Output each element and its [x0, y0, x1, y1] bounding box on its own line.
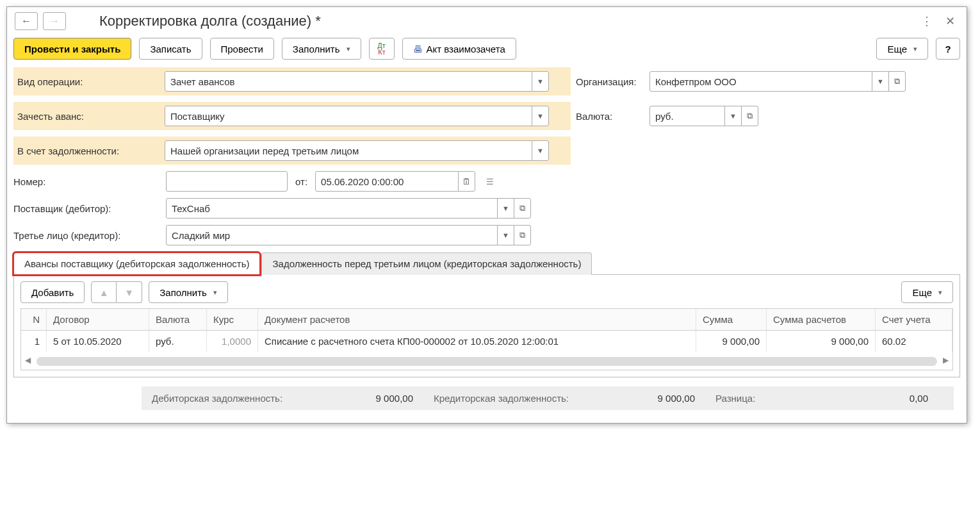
- totals-footer: Дебиторская задолженность: 9 000,00 Кред…: [142, 386, 954, 410]
- row-operation-type: Вид операции: Зачет авансов ▼ Организаци…: [13, 67, 960, 95]
- dtkt-button[interactable]: ДтКт: [369, 38, 395, 60]
- col-n[interactable]: N: [21, 309, 47, 330]
- number-input[interactable]: [166, 171, 288, 192]
- document-window: ← → Корректировка долга (создание) * ⋮ ✕…: [6, 6, 967, 424]
- offset-act-button[interactable]: 🖶 Акт взаимозачета: [402, 38, 516, 60]
- open-icon[interactable]: ⧉: [514, 199, 530, 218]
- table-row[interactable]: 1 5 от 10.05.2020 руб. 1,0000 Списание с…: [21, 331, 952, 352]
- tab-bar: Авансы поставщику (дебиторская задолженн…: [13, 252, 960, 275]
- deb-value: 9 000,00: [336, 393, 413, 404]
- chevron-down-icon[interactable]: ▼: [872, 72, 888, 91]
- number-label: Номер:: [13, 175, 161, 188]
- help-button[interactable]: ?: [936, 38, 960, 60]
- tab-advances[interactable]: Авансы поставщику (дебиторская задолженн…: [13, 252, 260, 275]
- tab-toolbar: Добавить ▲ ▼ Заполнить Еще: [20, 281, 953, 303]
- cell-sum: 9 000,00: [696, 331, 767, 352]
- supplier-label: Поставщик (дебитор):: [13, 202, 161, 215]
- cell-currency: руб.: [149, 331, 207, 352]
- header-bar: ← → Корректировка долга (создание) * ⋮ ✕: [7, 7, 967, 35]
- more-button[interactable]: Еще: [876, 38, 928, 60]
- col-rate[interactable]: Курс: [207, 309, 258, 330]
- table-header: N Договор Валюта Курс Документ расчетов …: [21, 309, 952, 331]
- post-button[interactable]: Провести: [210, 38, 274, 60]
- cell-doc: Списание с расчетного счета КП00-000002 …: [258, 331, 696, 352]
- form-body: Вид операции: Зачет авансов ▼ Организаци…: [7, 67, 967, 423]
- open-icon[interactable]: ⧉: [741, 106, 758, 126]
- nav-back-button[interactable]: ←: [15, 12, 38, 30]
- organization-value: Конфетпром ООО: [650, 72, 872, 91]
- organization-combo[interactable]: Конфетпром ООО ▼ ⧉: [649, 71, 906, 92]
- tab-fill-button[interactable]: Заполнить: [149, 281, 228, 303]
- cell-n: 1: [21, 331, 47, 352]
- currency-label: Валюта:: [576, 110, 649, 123]
- open-icon[interactable]: ⧉: [514, 226, 530, 245]
- nav-forward-button[interactable]: →: [43, 12, 66, 30]
- col-doc[interactable]: Документ расчетов: [258, 309, 696, 330]
- move-buttons: ▲ ▼: [91, 281, 142, 303]
- advance-label: Зачесть аванс:: [17, 110, 165, 123]
- list-icon[interactable]: ☰: [480, 171, 500, 192]
- offset-act-label: Акт взаимозачета: [427, 44, 505, 54]
- col-sumcalc[interactable]: Сумма расчетов: [767, 309, 876, 330]
- data-table: N Договор Валюта Курс Документ расчетов …: [20, 308, 953, 370]
- dtkt-icon: ДтКт: [377, 42, 386, 55]
- chevron-down-icon[interactable]: ▼: [497, 199, 514, 218]
- diff-value: 0,00: [785, 393, 928, 404]
- currency-combo[interactable]: руб. ▼ ⧉: [649, 106, 758, 126]
- kebab-menu-icon[interactable]: ⋮: [918, 12, 936, 30]
- cell-contract: 5 от 10.05.2020: [47, 331, 149, 352]
- advance-combo[interactable]: Поставщику ▼: [165, 106, 549, 126]
- cred-label: Кредиторская задолженность:: [434, 393, 613, 404]
- printer-icon: 🖶: [413, 44, 423, 54]
- row-debt-to: В счет задолженности: Нашей организации …: [13, 136, 960, 165]
- row-number: Номер: от: 05.06.2020 0:00:00 🗓 ☰: [13, 171, 960, 192]
- date-input[interactable]: 05.06.2020 0:00:00 🗓: [315, 171, 475, 192]
- close-icon[interactable]: ✕: [941, 12, 959, 30]
- chevron-down-icon[interactable]: ▼: [497, 226, 514, 245]
- supplier-combo[interactable]: ТехСнаб ▼ ⧉: [166, 198, 531, 219]
- open-icon[interactable]: ⧉: [888, 72, 905, 91]
- chevron-down-icon[interactable]: ▼: [532, 141, 548, 160]
- operation-type-combo[interactable]: Зачет авансов ▼: [165, 71, 549, 92]
- window-title: Корректировка долга (создание) *: [99, 13, 913, 29]
- col-currency[interactable]: Валюта: [149, 309, 207, 330]
- tab-more-button[interactable]: Еще: [901, 281, 953, 303]
- col-acct[interactable]: Счет учета: [876, 309, 952, 330]
- move-down-button[interactable]: ▼: [117, 281, 142, 303]
- chevron-down-icon[interactable]: ▼: [532, 106, 548, 126]
- table-body: 1 5 от 10.05.2020 руб. 1,0000 Списание с…: [21, 331, 952, 352]
- third-party-label: Третье лицо (кредитор):: [13, 229, 161, 242]
- calendar-icon[interactable]: 🗓: [458, 172, 475, 191]
- supplier-value: ТехСнаб: [167, 199, 497, 218]
- currency-value: руб.: [650, 106, 724, 126]
- col-contract[interactable]: Договор: [47, 309, 149, 330]
- operation-type-value: Зачет авансов: [165, 72, 532, 91]
- move-up-button[interactable]: ▲: [91, 281, 117, 303]
- chevron-down-icon[interactable]: ▼: [532, 72, 548, 91]
- third-party-value: Сладкий мир: [167, 226, 497, 245]
- debt-to-label: В счет задолженности:: [17, 144, 165, 158]
- col-sum[interactable]: Сумма: [696, 309, 767, 330]
- cell-rate: 1,0000: [207, 331, 258, 352]
- row-third-party: Третье лицо (кредитор): Сладкий мир ▼ ⧉: [13, 225, 960, 245]
- debt-to-combo[interactable]: Нашей организации перед третьим лицом ▼: [165, 140, 549, 161]
- fill-button[interactable]: Заполнить: [282, 38, 361, 60]
- date-prefix: от:: [295, 176, 307, 187]
- date-value: 05.06.2020 0:00:00: [316, 172, 458, 191]
- tab-debt-third-party[interactable]: Задолженность перед третьим лицом (креди…: [261, 252, 592, 275]
- third-party-combo[interactable]: Сладкий мир ▼ ⧉: [166, 225, 531, 245]
- tab-body: Добавить ▲ ▼ Заполнить Еще N Договор Вал…: [13, 275, 960, 377]
- debt-to-value: Нашей организации перед третьим лицом: [165, 141, 532, 160]
- advance-value: Поставщику: [165, 106, 532, 126]
- chevron-down-icon[interactable]: ▼: [724, 106, 741, 126]
- post-and-close-button[interactable]: Провести и закрыть: [13, 38, 131, 60]
- add-row-button[interactable]: Добавить: [20, 281, 85, 303]
- main-toolbar: Провести и закрыть Записать Провести Зап…: [7, 35, 967, 67]
- diff-label: Разница:: [715, 393, 780, 404]
- save-button[interactable]: Записать: [139, 38, 202, 60]
- operation-type-label: Вид операции:: [17, 75, 165, 88]
- organization-label: Организация:: [576, 75, 649, 88]
- cell-sumcalc: 9 000,00: [767, 331, 876, 352]
- deb-label: Дебиторская задолженность:: [152, 393, 331, 404]
- horizontal-scrollbar[interactable]: [37, 357, 937, 366]
